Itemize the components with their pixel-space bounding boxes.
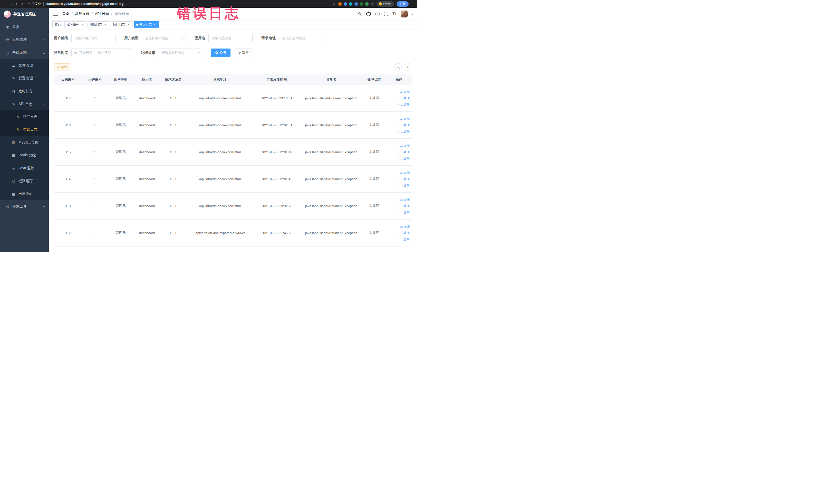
tab-error-logs[interactable]: 错误日志 — [134, 21, 159, 28]
paused-badge[interactable]: 已暂停 — [376, 1, 394, 7]
detail-action[interactable]: ◎详细 — [400, 117, 410, 121]
eye-icon: ◎ — [400, 171, 403, 175]
infrastructure-icon: ▤ — [5, 51, 10, 55]
home-icon: ◉ — [5, 25, 10, 29]
processed-action[interactable]: ✓已处理 — [398, 231, 410, 235]
cell-request-url: /api/infra/db-doc/export-html — [186, 123, 253, 127]
help-icon[interactable]: ? — [375, 12, 380, 16]
cell-request-url: /api/infra/db-doc/export-html — [186, 204, 253, 208]
column-header-8: 处理状态 — [363, 77, 386, 82]
tab-home[interactable]: 首页 — [53, 21, 63, 28]
app-name-input[interactable] — [208, 34, 252, 42]
forward-icon[interactable]: → — [9, 2, 13, 6]
sidebar-item-home[interactable]: ◉ 首页 — [0, 21, 49, 33]
tab-scheduled-jobs[interactable]: 定时任务 — [64, 21, 86, 28]
extension-icon[interactable] — [360, 2, 363, 6]
export-button[interactable]: ⇩ 导出 — [54, 63, 70, 71]
ignored-action[interactable]: ✓已忽略 — [398, 102, 410, 106]
close-tab-icon[interactable] — [103, 23, 107, 26]
extension-icon[interactable] — [338, 2, 342, 6]
sidebar-item-mysql-monitor[interactable]: ▥ MySQL 监控 — [0, 136, 49, 149]
detail-action[interactable]: ◎详细 — [400, 171, 410, 175]
breadcrumb-infrastructure[interactable]: 基础设施 — [69, 12, 89, 16]
detail-action[interactable]: ◎详细 — [400, 90, 410, 94]
breadcrumb-api-logs[interactable]: API 日志 — [89, 12, 109, 16]
chevron-down-icon[interactable]: ▾ — [412, 13, 413, 15]
close-tab-icon[interactable] — [126, 23, 130, 26]
cell-log-id: 113 — [54, 204, 82, 208]
detail-action[interactable]: ◎详细 — [400, 198, 410, 202]
home-icon[interactable]: ⌂ — [21, 2, 24, 6]
extension-icon[interactable] — [354, 2, 358, 6]
user-avatar[interactable] — [401, 11, 408, 18]
update-button[interactable]: 更新 — [396, 1, 409, 7]
search-icon[interactable] — [358, 12, 362, 16]
cell-user-id: 1 — [82, 231, 108, 235]
user-id-input[interactable] — [72, 34, 116, 42]
sidebar-item-log-center[interactable]: ▤ 日志中心 — [0, 187, 49, 200]
github-icon[interactable] — [366, 12, 371, 16]
search-toggle-button[interactable] — [394, 63, 402, 71]
sidebar-item-infrastructure[interactable]: ▤ 基础设施 ▴ — [0, 46, 49, 59]
access-logs-icon: ✎ — [16, 115, 21, 119]
ignored-action[interactable]: ✓已忽略 — [398, 210, 410, 215]
extension-icon[interactable] — [349, 2, 352, 6]
processed-action[interactable]: ✓已处理 — [398, 177, 410, 181]
check-icon: ✓ — [398, 103, 400, 106]
user-type-select[interactable]: 请选择用户类型 ▾ — [142, 34, 186, 42]
cell-log-id: 116 — [54, 123, 82, 127]
table-body: 117 1 管理员 dashboard GET /api/infra/db-do… — [54, 85, 412, 246]
cell-exception-name: java.lang.IllegalArgumentException — [300, 123, 363, 127]
close-tab-icon[interactable] — [80, 23, 84, 26]
reload-icon[interactable]: ↻ — [15, 2, 19, 6]
app-logo[interactable]: 芋道管理系统 — [0, 8, 49, 21]
fullscreen-icon[interactable] — [384, 12, 388, 16]
breadcrumb-home[interactable]: 首页 — [62, 12, 69, 16]
ignored-action[interactable]: ✓已忽略 — [398, 237, 410, 241]
address-bar[interactable]: dashboard.yudao.iocoder.cn/infra/log/api… — [46, 2, 330, 6]
detail-action[interactable]: ◎详细 — [400, 144, 410, 148]
sidebar-item-api-logs[interactable]: ✎ API 日志 ▴ — [0, 98, 49, 110]
ignored-action[interactable]: ✓已忽略 — [398, 129, 410, 134]
font-size-icon[interactable]: TT — [392, 12, 396, 16]
back-icon[interactable]: ← — [3, 2, 6, 6]
ignored-action[interactable]: ✓已忽略 — [398, 156, 410, 160]
close-tab-icon[interactable] — [153, 23, 157, 26]
cell-method: GET — [160, 231, 186, 235]
extension-icon[interactable] — [344, 2, 347, 6]
tab-schedule-logs[interactable]: 调度日志 — [87, 21, 109, 28]
request-url-input[interactable] — [279, 34, 323, 42]
cell-log-id: 117 — [54, 96, 82, 100]
detail-action[interactable]: ◎详细 — [400, 225, 410, 229]
extension-icon[interactable] — [365, 2, 369, 6]
extensions-area — [338, 2, 374, 6]
sidebar-item-access-logs[interactable]: ✎ 访问日志 — [0, 110, 49, 123]
processed-action[interactable]: ✓已处理 — [398, 96, 410, 100]
sidebar-item-config-management[interactable]: ✎ 配置管理 — [0, 72, 49, 85]
browser-menu-icon[interactable]: ⋮ — [411, 2, 415, 6]
hamburger-icon[interactable] — [53, 12, 58, 16]
tab-access-logs[interactable]: 访问日志 — [110, 21, 133, 28]
sidebar-item-link-tracing[interactable]: ◎ 链路追踪 — [0, 175, 49, 187]
sidebar-item-redis-monitor[interactable]: ▦ Redis 监控 — [0, 149, 49, 162]
processed-action[interactable]: ✓已处理 — [398, 204, 410, 208]
column-header-9: 操作 — [386, 77, 412, 82]
extension-icon[interactable] — [371, 2, 374, 6]
process-status-select[interactable]: 请选择处理状态 ▾ — [158, 48, 202, 57]
sidebar-item-dev-tools[interactable]: ⚒ 研发工具 ▾ — [0, 200, 49, 213]
sidebar-item-error-logs[interactable]: ✎ 错误日志 — [0, 123, 49, 136]
sidebar-item-java-monitor[interactable]: ☕ Java 监控 — [0, 162, 49, 175]
search-button[interactable]: 搜索 — [211, 48, 230, 57]
sidebar-item-system-management[interactable]: ⚙ 系统管理 ▾ — [0, 33, 49, 46]
ignored-action[interactable]: ✓已忽略 — [398, 183, 410, 187]
sidebar-item-scheduled-jobs[interactable]: ◷ 定时任务 — [0, 85, 49, 98]
reset-button[interactable]: ↻ 重置 — [234, 48, 253, 57]
processed-action[interactable]: ✓已处理 — [398, 150, 410, 154]
sidebar-item-file-management[interactable]: ☁ 文件管理 — [0, 59, 49, 72]
processed-action[interactable]: ✓已处理 — [398, 123, 410, 127]
refresh-table-button[interactable]: ↻ — [405, 63, 412, 71]
page-content: 用户编号 用户类型 请选择用户类型 ▾ 应用名 — [49, 29, 418, 252]
exception-time-range-picker[interactable]: ▦ 开始日期 - 结束日期 — [72, 48, 132, 57]
bookmark-star-icon[interactable]: ☆ — [332, 2, 336, 6]
security-indicator[interactable]: ⚠ 不安全 — [28, 2, 41, 6]
